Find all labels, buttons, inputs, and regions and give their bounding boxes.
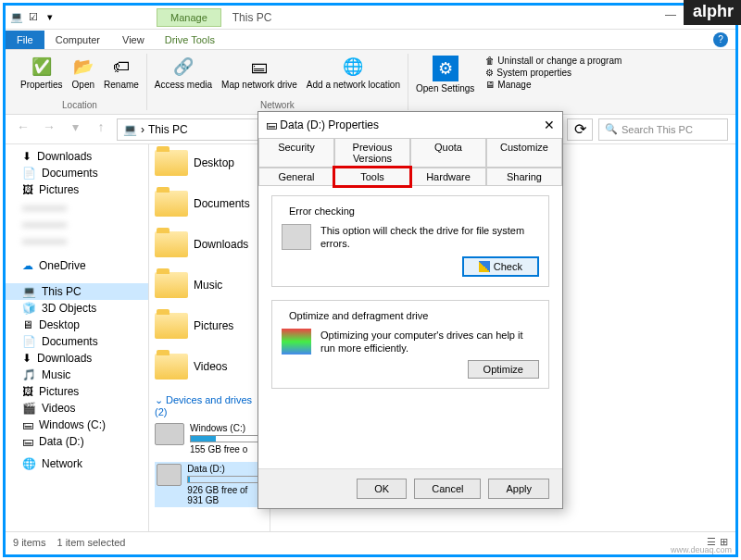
sidebar-item-this-pc[interactable]: 💻This PC xyxy=(6,283,148,300)
window-title: This PC xyxy=(232,11,272,24)
uninstall-link[interactable]: 🗑Uninstall or change a program xyxy=(485,56,622,66)
error-checking-text: This option will check the drive for fil… xyxy=(320,224,539,251)
app-icon: 💻 xyxy=(9,10,24,25)
up-button[interactable]: ↑ xyxy=(91,119,111,140)
sidebar-item-videos[interactable]: 🎬Videos xyxy=(6,400,148,417)
system-properties-link[interactable]: ⚙System properties xyxy=(485,68,622,78)
titlebar: 💻 ☑ ▾ Manage This PC — ▢ ✕ xyxy=(6,6,735,30)
dialog-body: Error checking This option will check th… xyxy=(258,186,562,468)
shield-icon xyxy=(479,261,490,272)
sidebar-item-music[interactable]: 🎵Music xyxy=(6,367,148,383)
sidebar-item-windows-c[interactable]: 🖴Windows (C:) xyxy=(6,417,148,433)
drive-check-icon xyxy=(282,224,311,250)
network-group-label: Network xyxy=(260,100,295,110)
tab-computer[interactable]: Computer xyxy=(44,31,111,49)
tab-sharing[interactable]: Sharing xyxy=(486,168,562,186)
map-drive-button[interactable]: 🖴Map network drive xyxy=(220,54,299,92)
manage-context-tab[interactable]: Manage xyxy=(157,8,221,27)
devices-header[interactable]: ⌄ Devices and drives (2) xyxy=(155,394,264,417)
manage-icon: 🖥 xyxy=(485,80,495,90)
properties-button[interactable]: ✅Properties xyxy=(19,54,65,92)
sidebar-item-data-d[interactable]: 🖴Data (D:) xyxy=(6,433,148,450)
location-group-label: Location xyxy=(62,100,97,110)
folder-desktop[interactable]: Desktop xyxy=(155,150,264,176)
search-icon: 🔍 xyxy=(605,123,618,135)
tab-tools[interactable]: Tools xyxy=(334,168,410,186)
tab-hardware[interactable]: Hardware xyxy=(410,168,486,186)
sidebar-item-documents[interactable]: 📄Documents xyxy=(6,165,148,181)
open-settings-button[interactable]: ⚙Open Settings xyxy=(414,54,476,95)
open-button[interactable]: 📂Open xyxy=(70,54,96,92)
dialog-close-button[interactable]: ✕ xyxy=(544,118,555,132)
sidebar-item-documents2[interactable]: 📄Documents xyxy=(6,333,148,350)
drive-data-d[interactable]: Data (D:)926 GB free of 931 GB xyxy=(155,462,264,507)
sidebar-item-network[interactable]: 🌐Network xyxy=(6,455,148,472)
tab-customize[interactable]: Customize xyxy=(486,138,562,168)
optimize-button[interactable]: Optimize xyxy=(468,360,539,379)
status-selected: 1 item selected xyxy=(57,537,125,548)
address-text: This PC xyxy=(148,123,188,136)
dialog-title: Data (D:) Properties xyxy=(280,118,379,131)
folder-music[interactable]: Music xyxy=(155,272,264,298)
tab-file[interactable]: File xyxy=(6,31,44,49)
sidebar-item-downloads2[interactable]: ⬇Downloads xyxy=(6,350,148,367)
folder-pictures[interactable]: Pictures xyxy=(155,313,264,339)
check-button[interactable]: Check xyxy=(462,256,539,277)
watermark: www.deuaq.com xyxy=(671,545,732,554)
tab-view[interactable]: View xyxy=(111,31,156,49)
history-dropdown[interactable]: ▾ xyxy=(65,119,85,140)
folder-documents[interactable]: Documents xyxy=(155,191,264,217)
qa-properties-icon[interactable]: ☑ xyxy=(26,10,41,25)
folder-videos[interactable]: Videos xyxy=(155,354,264,380)
minimize-button[interactable]: — xyxy=(658,8,684,27)
optimize-group: Optimize and defragment drive Optimizing… xyxy=(271,300,549,390)
error-checking-group: Error checking This option will check th… xyxy=(271,195,549,287)
cancel-button[interactable]: Cancel xyxy=(414,479,481,499)
forward-button[interactable]: → xyxy=(39,119,59,140)
properties-dialog: 🖴 Data (D:) Properties ✕ Security Previo… xyxy=(257,111,563,509)
ribbon-tabs: File Computer View Drive Tools ? xyxy=(6,30,735,50)
tab-quota[interactable]: Quota xyxy=(410,138,486,168)
access-media-button[interactable]: 🔗Access media xyxy=(153,54,214,92)
help-icon[interactable]: ? xyxy=(713,32,728,47)
nav-sidebar: ⬇Downloads 📄Documents 🖼Pictures ▬▬▬▬ ▬▬▬… xyxy=(6,144,149,531)
tab-security[interactable]: Security xyxy=(258,138,334,168)
sidebar-item-blur3[interactable]: ▬▬▬▬ xyxy=(6,231,148,248)
alphr-badge: alphr xyxy=(684,0,741,25)
drive-windows-c[interactable]: Windows (C:)155 GB free o xyxy=(155,423,264,454)
sidebar-item-pictures[interactable]: 🖼Pictures xyxy=(6,181,148,198)
tab-general[interactable]: General xyxy=(258,168,334,186)
ok-button[interactable]: OK xyxy=(357,479,407,499)
back-button[interactable]: ← xyxy=(13,119,33,140)
optimize-title: Optimize and defragment drive xyxy=(285,310,432,321)
file-list: Desktop Documents Downloads Music Pictur… xyxy=(149,144,270,531)
ribbon: ✅Properties 📂Open 🏷Rename Location 🔗Acce… xyxy=(6,50,735,115)
manage-link[interactable]: 🖥Manage xyxy=(485,80,622,90)
sidebar-item-pictures2[interactable]: 🖼Pictures xyxy=(6,383,148,400)
sidebar-item-3dobjects[interactable]: 🧊3D Objects xyxy=(6,300,148,317)
tab-previous-versions[interactable]: Previous Versions xyxy=(334,138,410,168)
statusbar: 9 items 1 item selected ☰ ⊞ xyxy=(6,531,735,552)
tools-highlight xyxy=(333,166,412,188)
dialog-titlebar: 🖴 Data (D:) Properties ✕ xyxy=(258,112,562,138)
uninstall-icon: 🗑 xyxy=(485,56,495,66)
search-input[interactable]: 🔍 Search This PC xyxy=(598,118,728,141)
sidebar-item-blur1[interactable]: ▬▬▬▬ xyxy=(6,198,148,215)
refresh-button[interactable]: ⟳ xyxy=(567,118,593,141)
gear-icon: ⚙ xyxy=(485,68,494,78)
folder-downloads[interactable]: Downloads xyxy=(155,231,264,257)
qa-dropdown-icon[interactable]: ▾ xyxy=(43,10,57,25)
tab-drive-tools[interactable]: Drive Tools xyxy=(156,31,224,49)
status-items: 9 items xyxy=(13,537,45,548)
sidebar-item-downloads[interactable]: ⬇Downloads xyxy=(6,148,148,165)
sidebar-item-blur2[interactable]: ▬▬▬▬ xyxy=(6,215,148,231)
sidebar-item-onedrive[interactable]: ☁OneDrive xyxy=(6,257,148,274)
drive-icon: 🖴 xyxy=(266,118,277,131)
dialog-buttons: OK Cancel Apply xyxy=(258,468,562,508)
add-network-location-button[interactable]: 🌐Add a network location xyxy=(305,54,402,92)
apply-button[interactable]: Apply xyxy=(488,479,549,499)
dialog-tabs: Security Previous Versions Quota Customi… xyxy=(258,138,562,186)
defrag-icon xyxy=(282,329,311,355)
rename-button[interactable]: 🏷Rename xyxy=(102,54,141,92)
sidebar-item-desktop[interactable]: 🖥Desktop xyxy=(6,317,148,333)
